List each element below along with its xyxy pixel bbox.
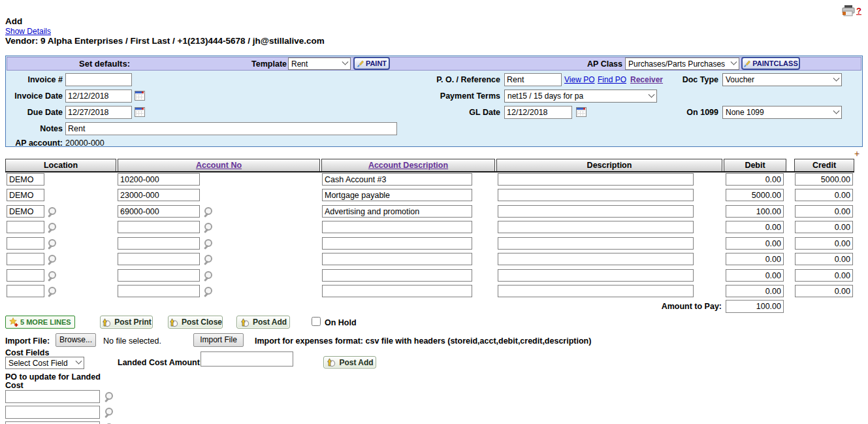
location-input[interactable] xyxy=(7,173,44,186)
account-lookup-icon[interactable] xyxy=(204,239,213,248)
notes-input[interactable] xyxy=(65,122,397,135)
location-lookup-icon[interactable] xyxy=(48,239,57,248)
view-po-link[interactable]: View PO xyxy=(564,75,594,84)
calendar-icon[interactable] xyxy=(135,107,145,117)
description-input[interactable] xyxy=(498,189,694,201)
invoice-no-input[interactable] xyxy=(65,73,132,86)
payment-terms-select[interactable]: net15 / 15 days for pa xyxy=(504,90,657,103)
po-update-input[interactable] xyxy=(5,421,100,424)
account-lookup-icon[interactable] xyxy=(204,271,213,280)
account-description-input[interactable] xyxy=(322,173,472,186)
credit-input[interactable] xyxy=(795,253,853,265)
credit-input[interactable] xyxy=(795,237,853,250)
debit-input[interactable] xyxy=(726,285,784,297)
invoice-date-input[interactable] xyxy=(65,90,132,103)
credit-input[interactable] xyxy=(795,269,853,282)
post-add-button[interactable]: Post Add xyxy=(236,316,290,329)
location-input[interactable] xyxy=(7,269,44,282)
location-lookup-icon[interactable] xyxy=(48,255,57,264)
credit-input[interactable] xyxy=(795,221,853,233)
doc-type-select[interactable]: Voucher xyxy=(722,73,842,86)
credit-input[interactable] xyxy=(795,173,853,186)
import-file-button[interactable]: Import File xyxy=(193,333,244,347)
debit-input[interactable] xyxy=(726,269,784,282)
cost-field-select[interactable]: Select Cost Field xyxy=(5,357,84,369)
description-input[interactable] xyxy=(498,285,694,297)
debit-input[interactable] xyxy=(726,205,784,218)
location-lookup-icon[interactable] xyxy=(48,223,57,232)
account-no-input[interactable] xyxy=(118,173,200,186)
on-hold-checkbox[interactable] xyxy=(312,317,321,326)
paintclass-button[interactable]: PAINTCLASS xyxy=(741,57,800,70)
account-description-input[interactable] xyxy=(322,285,472,297)
credit-input[interactable] xyxy=(795,189,853,201)
location-input[interactable] xyxy=(7,285,44,297)
account-lookup-icon[interactable] xyxy=(204,255,213,264)
add-line-button[interactable]: + xyxy=(854,148,860,159)
account-description-input[interactable] xyxy=(322,205,472,218)
po-update-input[interactable] xyxy=(5,390,100,403)
account-lookup-icon[interactable] xyxy=(204,287,213,296)
show-details-link[interactable]: Show Details xyxy=(5,27,51,36)
location-input[interactable] xyxy=(7,253,44,265)
more-lines-button[interactable]: 5 MORE LINES xyxy=(5,316,75,329)
calendar-icon[interactable] xyxy=(576,107,587,117)
description-input[interactable] xyxy=(498,237,694,250)
debit-input[interactable] xyxy=(726,189,784,201)
landed-cost-amount-input[interactable] xyxy=(201,351,293,367)
account-no-input[interactable] xyxy=(118,237,200,250)
account-no-input[interactable] xyxy=(118,285,200,297)
debit-input[interactable] xyxy=(726,237,784,250)
description-input[interactable] xyxy=(498,173,694,186)
location-lookup-icon[interactable] xyxy=(48,207,57,216)
location-input[interactable] xyxy=(7,237,44,250)
po-lookup-icon[interactable] xyxy=(104,392,114,401)
template-select[interactable]: Rent xyxy=(288,57,351,70)
print-icon[interactable] xyxy=(841,5,856,18)
help-link[interactable]: ? xyxy=(856,6,861,16)
account-no-input[interactable] xyxy=(118,269,200,282)
description-input[interactable] xyxy=(498,253,694,265)
account-description-input[interactable] xyxy=(322,269,472,282)
account-no-input[interactable] xyxy=(118,189,200,201)
account-description-input[interactable] xyxy=(322,253,472,265)
column-header-account-no[interactable]: Account No xyxy=(118,159,320,172)
due-date-input[interactable] xyxy=(65,106,132,119)
account-no-input[interactable] xyxy=(118,221,200,233)
account-description-input[interactable] xyxy=(322,189,472,201)
description-input[interactable] xyxy=(498,221,694,233)
find-po-link[interactable]: Find PO xyxy=(598,75,626,84)
ap-class-select[interactable]: Purchases/Parts Purchases xyxy=(625,57,739,70)
location-input[interactable] xyxy=(7,189,44,201)
debit-input[interactable] xyxy=(726,253,784,265)
account-lookup-icon[interactable] xyxy=(204,223,213,232)
debit-input[interactable] xyxy=(726,173,784,186)
amount-to-pay-input[interactable] xyxy=(726,300,784,313)
column-header-account-description[interactable]: Account Description xyxy=(321,159,495,172)
account-no-input[interactable] xyxy=(118,253,200,265)
credit-input[interactable] xyxy=(795,205,853,218)
account-description-sort-link[interactable]: Account Description xyxy=(368,161,448,170)
landed-cost-post-add-button[interactable]: Post Add xyxy=(323,356,376,368)
paint-button[interactable]: PAINT xyxy=(353,57,390,70)
receiver-link[interactable]: Receiver xyxy=(630,75,663,84)
credit-input[interactable] xyxy=(795,285,853,297)
browse-button[interactable]: Browse... xyxy=(56,333,96,347)
calendar-icon[interactable] xyxy=(135,91,145,101)
po-reference-input[interactable] xyxy=(504,73,562,86)
post-close-button[interactable]: Post Close xyxy=(168,316,223,329)
debit-input[interactable] xyxy=(726,221,784,233)
gl-date-input[interactable] xyxy=(504,106,572,119)
account-lookup-icon[interactable] xyxy=(204,207,213,216)
account-description-input[interactable] xyxy=(322,221,472,233)
account-no-input[interactable] xyxy=(118,205,200,218)
account-description-input[interactable] xyxy=(322,237,472,250)
description-input[interactable] xyxy=(498,205,694,218)
location-input[interactable] xyxy=(7,221,44,233)
on-1099-select[interactable]: None 1099 xyxy=(722,106,842,119)
post-print-button[interactable]: Post Print xyxy=(100,316,153,329)
po-update-input[interactable] xyxy=(5,406,100,419)
location-lookup-icon[interactable] xyxy=(48,287,57,296)
account-no-sort-link[interactable]: Account No xyxy=(196,161,242,170)
po-lookup-icon[interactable] xyxy=(104,408,114,417)
